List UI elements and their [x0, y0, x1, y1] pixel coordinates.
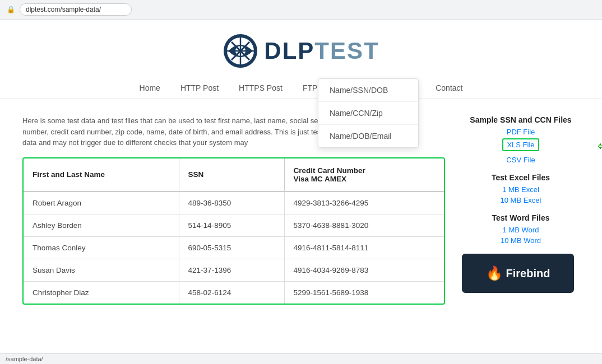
word-1mb-link[interactable]: 1 MB Word [462, 226, 580, 234]
cell-name: Christopher Diaz [24, 281, 179, 304]
col-header-ccn: Credit Card Number Visa MC AMEX [284, 158, 444, 192]
table-row: Ashley Borden 514-14-8905 5370-4638-8881… [24, 214, 444, 236]
cell-ssn: 421-37-1396 [179, 259, 284, 281]
nav-https-post[interactable]: HTTPS Post [237, 80, 285, 96]
firebind-banner[interactable]: 🔥 Firebind [462, 254, 574, 293]
excel-1mb-link[interactable]: 1 MB Excel [462, 185, 580, 194]
dropdown-item-name-ccn-zip[interactable]: Name/CCN/Zip [318, 102, 418, 125]
main-content: Here is some test data and test files th… [0, 104, 602, 316]
cell-ssn: 458-02-6124 [179, 281, 284, 304]
logo-test: TEST [314, 38, 379, 64]
word-10mb-link[interactable]: 10 MB Word [462, 236, 580, 245]
browser-bar: 🔒 dlptest.com/sample-data/ [0, 0, 602, 20]
table-row: Robert Aragon 489-36-8350 4929-3813-3266… [24, 192, 444, 214]
main-nav: Home HTTP Post HTTPS Post FTP Test Sampl… [0, 78, 602, 99]
cell-ccn: 4929-3813-3266-4295 [284, 192, 444, 214]
table-row: Christopher Diaz 458-02-6124 5299-1561-5… [24, 281, 444, 304]
ssn-ccn-title: Sample SSN and CCN Files [462, 115, 580, 124]
table-row: Susan Davis 421-37-1396 4916-4034-9269-8… [24, 259, 444, 281]
csv-file-link[interactable]: CSV File [462, 156, 580, 164]
logo-dlp: DLP [264, 38, 314, 64]
sample-data-table: First and Last Name SSN Credit Card Numb… [24, 158, 444, 304]
table-row: Thomas Conley 690-05-5315 4916-4811-5814… [24, 236, 444, 259]
col-header-name: First and Last Name [24, 158, 179, 192]
word-title: Test Word Files [462, 213, 580, 222]
page: DLPTEST Home HTTP Post HTTPS Post FTP Te… [0, 20, 602, 356]
logo-text: DLPTEST [264, 38, 379, 64]
cell-name: Robert Aragon [24, 192, 179, 214]
dropdown-item-name-dob-email[interactable]: Name/DOB/Email [318, 125, 418, 147]
xls-file-row: XLS File ⇦ [462, 138, 580, 153]
cell-ccn: 4916-4034-9269-8783 [284, 259, 444, 281]
firebind-icon: 🔥 [486, 265, 503, 281]
dlp-logo-icon [223, 33, 258, 69]
cell-name: Susan Davis [24, 259, 179, 281]
nav-http-post[interactable]: HTTP Post [178, 80, 221, 96]
cell-name: Thomas Conley [24, 236, 179, 259]
intro-text: Here is some test data and test files th… [22, 115, 336, 148]
excel-title: Test Excel Files [462, 173, 580, 182]
status-bar: /sample-data/ [0, 353, 602, 356]
cell-ssn: 489-36-8350 [179, 192, 284, 214]
logo-container: DLPTEST [223, 33, 379, 69]
excel-10mb-link[interactable]: 10 MB Excel [462, 196, 580, 204]
firebind-logo: 🔥 Firebind [486, 265, 550, 281]
cell-ssn: 514-14-8905 [179, 214, 284, 236]
word-files-section: Test Word Files 1 MB Word 10 MB Word [462, 213, 580, 245]
nav-home[interactable]: Home [137, 80, 163, 96]
header: DLPTEST Home HTTP Post HTTPS Post FTP Te… [0, 20, 602, 104]
excel-files-section: Test Excel Files 1 MB Excel 10 MB Excel [462, 173, 580, 204]
cell-ccn: 5370-4638-8881-3020 [284, 214, 444, 236]
nav-contact[interactable]: Contact [433, 80, 465, 96]
dropdown-item-name-ssn-dob[interactable]: Name/SSN/DOB [318, 79, 418, 102]
xls-file-link[interactable]: XLS File [502, 138, 539, 151]
right-section: Sample SSN and CCN Files PDF File XLS Fi… [445, 115, 580, 305]
url-bar[interactable]: dlptest.com/sample-data/ [20, 3, 132, 16]
cell-name: Ashley Borden [24, 214, 179, 236]
pdf-file-link[interactable]: PDF File [462, 128, 580, 136]
data-table-wrapper: First and Last Name SSN Credit Card Numb… [22, 157, 445, 305]
sample-data-dropdown: Name/SSN/DOB Name/CCN/Zip Name/DOB/Email [318, 78, 419, 148]
cell-ccn: 5299-1561-5689-1938 [284, 281, 444, 304]
cell-ssn: 690-05-5315 [179, 236, 284, 259]
cell-ccn: 4916-4811-5814-8111 [284, 236, 444, 259]
firebind-label: Firebind [506, 267, 550, 280]
lock-icon: 🔒 [7, 6, 15, 13]
arrow-icon: ⇦ [598, 139, 602, 153]
ssn-ccn-files-section: Sample SSN and CCN Files PDF File XLS Fi… [462, 115, 580, 164]
col-header-ssn: SSN [179, 158, 284, 192]
